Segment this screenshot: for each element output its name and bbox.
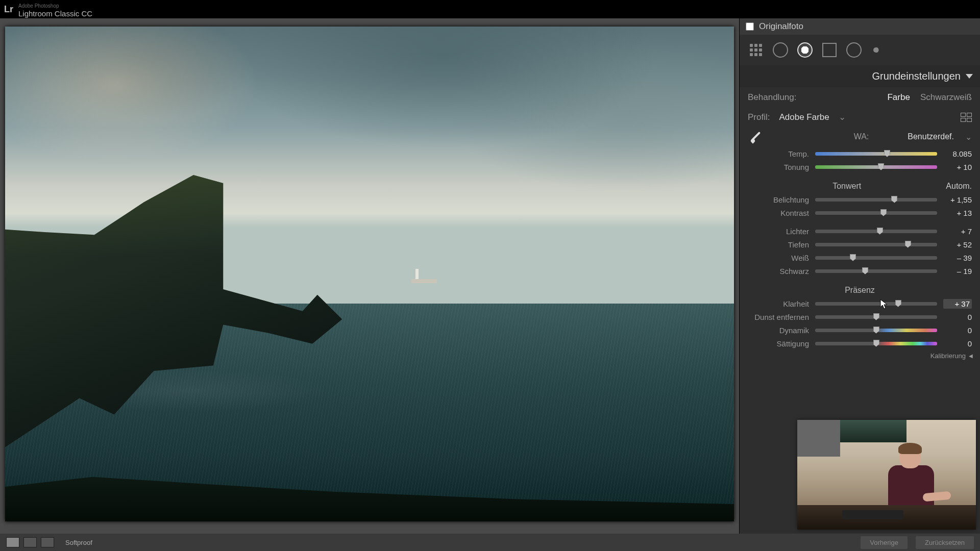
- slider-row-black: Schwarz– 19: [740, 264, 980, 278]
- adjustment-brush-icon[interactable]: [845, 41, 863, 59]
- radial-filter-icon[interactable]: [796, 41, 814, 59]
- slider-track-white[interactable]: [815, 256, 937, 260]
- original-photo-checkbox[interactable]: [746, 22, 754, 31]
- auto-button[interactable]: Autom.: [946, 182, 972, 191]
- treatment-row: Behandlung: Farbe Schwarzweiß: [740, 87, 980, 108]
- app-logo: Lr: [4, 4, 13, 15]
- slider-track-exposure[interactable]: [815, 198, 937, 202]
- slider-label-clarity: Klarheit: [748, 299, 809, 308]
- slider-label-contrast: Kontrast: [748, 209, 809, 217]
- collapse-triangle-icon: [966, 74, 973, 79]
- spot-removal-icon[interactable]: [771, 41, 790, 59]
- slider-value-black[interactable]: – 19: [943, 267, 972, 276]
- slider-row-exposure: Belichtung+ 1,55: [740, 193, 980, 206]
- slider-row-temp: Temp.8.085: [740, 147, 980, 160]
- crop-tool-icon[interactable]: [747, 41, 765, 59]
- treatment-bw-option[interactable]: Schwarzweiß: [920, 92, 972, 103]
- image-canvas[interactable]: [0, 18, 739, 551]
- local-adjustment-toolbar: [740, 35, 980, 65]
- loupe-view-button[interactable]: [6, 537, 19, 547]
- slider-value-high[interactable]: + 7: [943, 227, 972, 236]
- slider-handle-black[interactable]: [862, 267, 868, 274]
- slider-row-dehaze: Dunst entfernen0: [740, 310, 980, 323]
- slider-handle-shad[interactable]: [905, 241, 911, 248]
- slider-value-temp[interactable]: 8.085: [943, 149, 972, 158]
- section-title: Tonwert: [748, 182, 946, 191]
- reset-button[interactable]: Zurücksetzen: [916, 536, 974, 549]
- slider-handle-exposure[interactable]: [891, 196, 897, 203]
- app-name: Lightroom Classic CC: [18, 9, 92, 18]
- slider-track-shad[interactable]: [815, 243, 937, 246]
- slider-label-vibrance: Dynamik: [748, 326, 809, 335]
- app-vendor: Adobe Photoshop: [18, 4, 59, 9]
- bottom-toolbar: Softproof Vorherige Zurücksetzen: [0, 534, 980, 551]
- slider-label-black: Schwarz: [748, 267, 809, 276]
- slider-track-contrast[interactable]: [815, 211, 937, 215]
- slider-value-contrast[interactable]: + 13: [943, 209, 972, 217]
- white-balance-row: WA: Benutzerdef. ⌄: [740, 127, 980, 147]
- slider-value-shad[interactable]: + 52: [943, 240, 972, 249]
- slider-handle-clarity[interactable]: [895, 300, 901, 307]
- mask-amount-slider-icon[interactable]: [873, 47, 973, 53]
- slider-value-clarity[interactable]: + 37: [943, 299, 972, 309]
- profile-label: Profil:: [748, 112, 770, 122]
- slider-row-contrast: Kontrast+ 13: [740, 206, 980, 219]
- slider-label-dehaze: Dunst entfernen: [748, 313, 809, 321]
- previous-button[interactable]: Vorherige: [861, 536, 908, 549]
- slider-track-high[interactable]: [815, 230, 937, 233]
- slider-value-tint[interactable]: + 10: [943, 163, 972, 171]
- slider-row-tint: Tonung+ 10: [740, 160, 980, 173]
- slider-label-temp: Temp.: [748, 149, 809, 158]
- slider-row-shad: Tiefen+ 52: [740, 238, 980, 251]
- slider-value-sat[interactable]: 0: [943, 339, 972, 348]
- treatment-color-option[interactable]: Farbe: [887, 92, 910, 103]
- slider-handle-dehaze[interactable]: [873, 313, 879, 320]
- softproof-label[interactable]: Softproof: [65, 539, 92, 546]
- slider-label-high: Lichter: [748, 227, 809, 236]
- section-title: Präsenz: [748, 286, 972, 295]
- slider-handle-temp[interactable]: [884, 150, 890, 157]
- slider-row-high: Lichter+ 7: [740, 224, 980, 238]
- profile-row: Profil: Adobe Farbe ⌄: [740, 108, 980, 127]
- profile-browser-icon[interactable]: [961, 113, 972, 122]
- profile-value[interactable]: Adobe Farbe: [779, 112, 829, 122]
- section-header: Präsenz: [740, 282, 980, 297]
- slider-handle-tint[interactable]: [878, 163, 884, 170]
- slider-row-sat: Sättigung0: [740, 337, 980, 350]
- original-photo-label: Originalfoto: [759, 21, 803, 32]
- calibration-panel-header[interactable]: Kalibrierung: [740, 350, 980, 362]
- graduated-filter-icon[interactable]: [820, 41, 839, 59]
- grid-view-button[interactable]: [41, 537, 54, 547]
- webcam-overlay: [797, 420, 976, 530]
- slider-handle-high[interactable]: [877, 228, 883, 235]
- treatment-label: Behandlung:: [748, 92, 796, 103]
- slider-value-exposure[interactable]: + 1,55: [943, 195, 972, 204]
- slider-track-temp[interactable]: [815, 152, 937, 156]
- slider-track-black[interactable]: [815, 269, 937, 273]
- slider-handle-contrast[interactable]: [880, 209, 887, 216]
- before-after-view-button[interactable]: [23, 537, 37, 547]
- slider-track-sat[interactable]: [815, 342, 937, 345]
- wb-eyedropper-icon[interactable]: [748, 129, 764, 145]
- slider-track-tint[interactable]: [815, 165, 937, 169]
- slider-handle-white[interactable]: [850, 254, 856, 261]
- slider-label-exposure: Belichtung: [748, 195, 809, 204]
- slider-row-white: Weiß– 39: [740, 251, 980, 264]
- slider-handle-vibrance[interactable]: [873, 327, 879, 334]
- basic-panel-header[interactable]: Grundeinstellungen: [740, 65, 980, 87]
- panel-title-label: Grundeinstellungen: [872, 70, 961, 82]
- slider-row-clarity: Klarheit+ 37: [740, 297, 980, 310]
- slider-value-dehaze[interactable]: 0: [943, 313, 972, 321]
- slider-track-dehaze[interactable]: [815, 315, 937, 319]
- title-bar: Lr Adobe Photoshop Lightroom Classic CC: [0, 0, 980, 18]
- slider-label-tint: Tonung: [748, 163, 809, 171]
- slider-track-vibrance[interactable]: [815, 329, 937, 332]
- slider-label-white: Weiß: [748, 254, 809, 262]
- slider-value-white[interactable]: – 39: [943, 254, 972, 262]
- slider-track-clarity[interactable]: [815, 302, 937, 306]
- wb-value-dropdown[interactable]: Benutzerdef.: [908, 132, 954, 141]
- slider-value-vibrance[interactable]: 0: [943, 326, 972, 335]
- slider-handle-sat[interactable]: [873, 340, 879, 347]
- section-header: TonwertAutom.: [740, 178, 980, 193]
- edited-photo: [5, 27, 734, 521]
